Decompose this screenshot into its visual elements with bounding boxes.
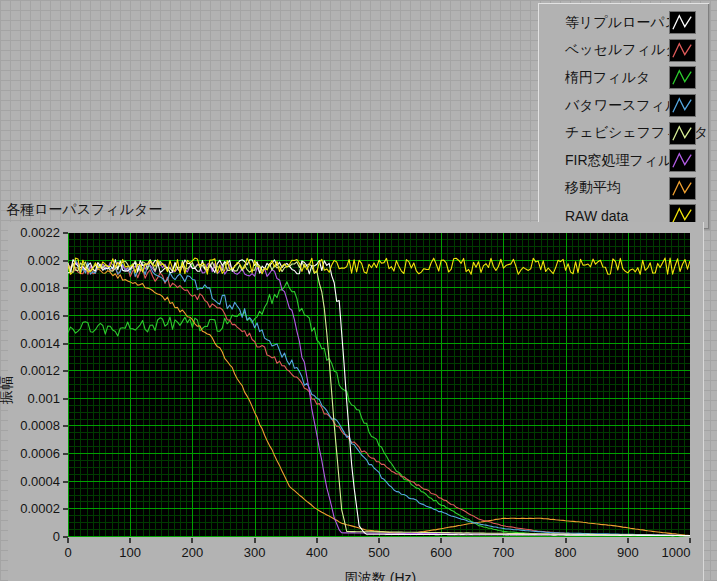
y-tick-mark bbox=[63, 508, 68, 510]
x-tick-mark bbox=[254, 538, 256, 543]
x-axis-title: 周波数 (Hz) bbox=[310, 570, 450, 581]
plot-line-swatch[interactable] bbox=[669, 94, 696, 117]
y-tick-mark bbox=[63, 315, 68, 317]
legend-item-label: ベッセルフィルタ bbox=[565, 41, 680, 59]
plot-line-swatch[interactable] bbox=[669, 122, 696, 145]
y-tick-label: 0.0018 bbox=[2, 281, 60, 295]
plot-line-swatch[interactable] bbox=[669, 149, 696, 172]
x-tick-mark bbox=[191, 538, 193, 543]
y-tick-mark bbox=[63, 425, 68, 427]
y-tick-label: 0.0012 bbox=[2, 364, 60, 378]
x-tick-mark bbox=[565, 538, 567, 543]
y-tick-mark bbox=[63, 287, 68, 289]
x-tick-label: 400 bbox=[306, 546, 328, 560]
y-tick-label: 0.0008 bbox=[2, 419, 60, 433]
curve-1 bbox=[68, 260, 690, 536]
plot-line-swatch[interactable] bbox=[669, 11, 696, 34]
y-tick-label: 0.0004 bbox=[2, 475, 60, 489]
legend-item[interactable]: 楕円フィルタ bbox=[538, 64, 709, 92]
y-tick-mark bbox=[63, 398, 68, 400]
curve-4 bbox=[68, 260, 690, 536]
legend-item[interactable]: バタワースフィルタ bbox=[538, 92, 709, 120]
x-tick-label: 0 bbox=[64, 546, 71, 560]
y-tick-label: 0 bbox=[2, 530, 60, 544]
x-tick-mark bbox=[440, 538, 442, 543]
y-tick-mark bbox=[63, 481, 68, 483]
plot-line-swatch[interactable] bbox=[669, 66, 696, 89]
y-tick-label: 0.0006 bbox=[2, 447, 60, 461]
x-tick-label: 200 bbox=[182, 546, 204, 560]
zigzag-line-icon bbox=[673, 16, 691, 30]
zigzag-line-icon bbox=[673, 182, 691, 196]
x-tick-mark bbox=[378, 538, 380, 543]
y-tick-label: 0.0014 bbox=[2, 337, 60, 351]
zigzag-line-icon bbox=[673, 99, 691, 113]
legend-item[interactable]: 等リプルローパス bbox=[538, 9, 709, 37]
curve-7 bbox=[68, 263, 690, 535]
x-tick-label: 100 bbox=[119, 546, 141, 560]
y-tick-mark bbox=[63, 370, 68, 372]
x-tick-mark bbox=[316, 538, 318, 543]
zigzag-line-icon bbox=[673, 44, 691, 58]
y-tick-label: 0.001 bbox=[2, 392, 60, 406]
y-tick-label: 0.002 bbox=[2, 254, 60, 268]
y-tick-mark bbox=[63, 260, 68, 262]
curve-6 bbox=[68, 262, 690, 535]
filter-curves bbox=[68, 233, 690, 537]
plot-legend: 等リプルローパス ベッセルフィルタ 楕円フィルタ バタワースフィルタ チェビシェ… bbox=[538, 3, 709, 229]
x-tick-mark bbox=[502, 538, 504, 543]
y-tick-label: 0.0016 bbox=[2, 309, 60, 323]
legend-item[interactable]: FIR窓処理フィルタ bbox=[538, 147, 709, 175]
x-tick-label: 1000 bbox=[662, 546, 691, 560]
legend-item[interactable]: ベッセルフィルタ bbox=[538, 37, 709, 65]
legend-item[interactable]: チェビシェフフィルタ bbox=[538, 119, 709, 147]
x-tick-label: 800 bbox=[555, 546, 577, 560]
graph-title: 各種ローパスフィルター bbox=[6, 201, 162, 219]
x-tick-label: 900 bbox=[617, 546, 639, 560]
legend-item-label: 等リプルローパス bbox=[565, 14, 679, 32]
x-tick-mark bbox=[67, 538, 69, 543]
x-tick-label: 300 bbox=[244, 546, 266, 560]
legend-item-label: 移動平均 bbox=[565, 179, 621, 197]
y-tick-label: 0.0022 bbox=[2, 226, 60, 240]
zigzag-line-icon bbox=[673, 71, 691, 85]
plot-area[interactable] bbox=[68, 233, 690, 537]
x-tick-label: 600 bbox=[430, 546, 452, 560]
plot-line-swatch[interactable] bbox=[669, 177, 696, 200]
zigzag-line-icon bbox=[673, 154, 691, 168]
zigzag-line-icon bbox=[673, 209, 691, 223]
y-tick-mark bbox=[63, 232, 68, 234]
legend-item[interactable]: 移動平均 bbox=[538, 175, 709, 203]
labview-front-panel: { "window": { "panel_bg": "#b2b2b2", "pa… bbox=[0, 0, 717, 581]
plot-line-swatch[interactable] bbox=[669, 39, 696, 62]
y-tick-label: 0.0002 bbox=[2, 502, 60, 516]
y-tick-mark bbox=[63, 453, 68, 455]
y-tick-mark bbox=[63, 343, 68, 345]
curve-5 bbox=[68, 261, 690, 536]
x-tick-mark bbox=[689, 538, 691, 543]
curve-2 bbox=[68, 263, 690, 535]
curve-3 bbox=[68, 282, 690, 536]
x-tick-label: 700 bbox=[493, 546, 515, 560]
x-tick-label: 500 bbox=[368, 546, 390, 560]
zigzag-line-icon bbox=[673, 126, 691, 140]
legend-item-label: 楕円フィルタ bbox=[565, 69, 650, 87]
x-tick-mark bbox=[627, 538, 629, 543]
x-tick-mark bbox=[129, 538, 131, 543]
